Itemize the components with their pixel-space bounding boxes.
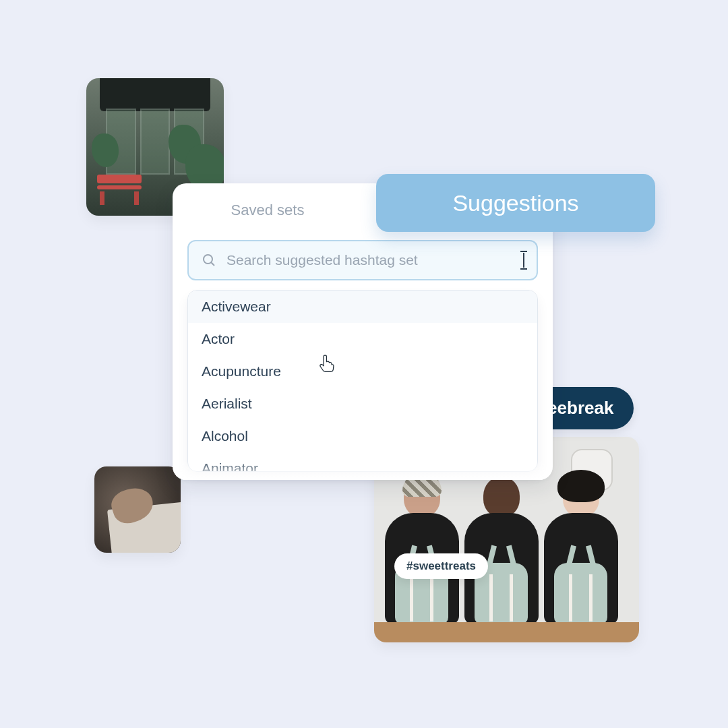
svg-point-0	[204, 255, 212, 264]
search-icon	[201, 252, 217, 268]
text-cursor-icon	[523, 253, 524, 268]
suggestion-item[interactable]: Animator	[188, 452, 537, 472]
search-input[interactable]	[226, 252, 511, 268]
suggestion-item[interactable]: Alcohol	[188, 420, 537, 452]
hashtag-chip-sweettreats[interactable]: #sweettreats	[394, 553, 488, 579]
suggestion-dropdown: Activewear Actor Acupuncture Aerialist A…	[187, 290, 538, 472]
suggestion-item[interactable]: Acupuncture	[188, 355, 537, 388]
tab-suggestions[interactable]: Suggestions	[376, 174, 655, 232]
thumbnail-writing	[94, 466, 181, 553]
suggestion-item[interactable]: Actor	[188, 323, 537, 355]
svg-line-1	[211, 262, 214, 266]
search-field-wrapper[interactable]	[187, 240, 538, 280]
suggestion-item[interactable]: Aerialist	[188, 388, 537, 420]
tab-saved-sets[interactable]: Saved sets	[173, 183, 363, 237]
suggestion-item[interactable]: Activewear	[188, 291, 537, 323]
